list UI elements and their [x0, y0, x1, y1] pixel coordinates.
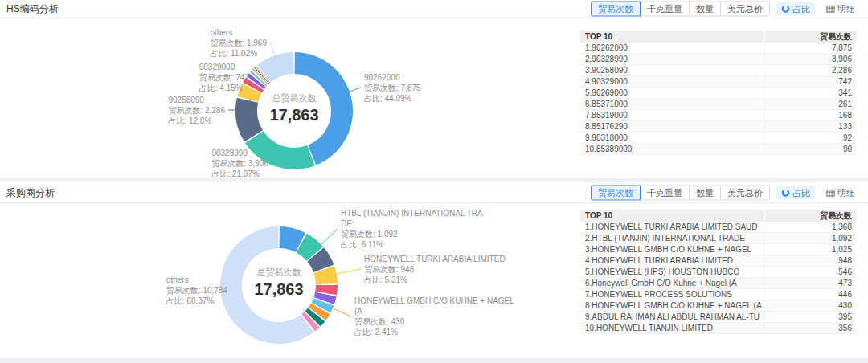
- ratio-view-button[interactable]: 占比: [776, 186, 815, 199]
- table-row[interactable]: 6.Honeywell GmbH C/O Kuhne + Nagel (A473: [580, 278, 857, 289]
- view-button-label: 明细: [837, 186, 855, 198]
- table-cell-value: 341: [764, 88, 857, 98]
- top10-table: TOP 10贸易次数1.HONEYWELL TURKI ARABIA LIMIT…: [580, 210, 857, 334]
- table-row[interactable]: 7.85319000168: [580, 110, 857, 121]
- table-cell-name: 4.90329000: [580, 76, 763, 87]
- slice-label-value: 贸易次数: 430: [354, 316, 514, 327]
- view-button-label: 占比: [792, 3, 810, 15]
- donut-chart-icon: [781, 5, 790, 14]
- slice-label-percent: 占比: 5.31%: [364, 275, 506, 285]
- table-row[interactable]: 5.90269000341: [580, 88, 857, 99]
- table-cell-name: 6.85371000: [580, 99, 763, 109]
- table-cell-name: 7.HONEYWELL PROCESS SOLUTIONS: [580, 289, 763, 300]
- top10-table: TOP 10贸易次数1.902620007,8752.903289903,906…: [580, 31, 857, 155]
- table-row[interactable]: 8.HONEYWELL GMBH C/O KUHNE + NAGEL (A430: [580, 300, 857, 312]
- table-row[interactable]: 1.HONEYWELL TURKI ARABIA LIMITED SAUD1,3…: [580, 222, 857, 233]
- table-cell-name: 5.HONEYWELL (HPS) HOUSTON HUBCO: [580, 267, 763, 277]
- slice-label-name: HONEYWELL TURKI ARABIA LIMITED: [364, 254, 506, 264]
- slice-label-percent: 占比: 21.87%: [211, 169, 268, 179]
- slice-label-percent: 占比: 11.02%: [210, 48, 267, 59]
- table-cell-name: 3.HONEYWELL GMBH C/O KUHNE + NAGEL: [580, 244, 763, 255]
- slice-label-name: 90258090: [168, 95, 225, 105]
- metric-button[interactable]: 数量: [689, 2, 721, 17]
- slice-label-value: 贸易次数: 742: [199, 72, 249, 83]
- metric-button[interactable]: 数量: [689, 185, 721, 200]
- table-cell-value: 3,906: [764, 54, 857, 64]
- slice-label-percent: 占比: 44.09%: [364, 93, 421, 104]
- slice-label-value: 贸易次数: 2,286: [168, 105, 225, 116]
- table-row[interactable]: 10.8538900090: [580, 144, 857, 155]
- ratio-view-button[interactable]: 占比: [776, 2, 815, 16]
- slice-label: 90329000贸易次数: 742占比: 4.15%: [199, 62, 249, 93]
- table-cell-name: 9.90318000: [580, 133, 763, 143]
- slice-label-percent: 占比: 60.37%: [166, 296, 227, 306]
- slice-label: 90262000贸易次数: 7,875占比: 44.09%: [364, 72, 421, 104]
- slice-label: others贸易次数: 10,784占比: 60.37%: [166, 275, 227, 306]
- section-header: HS编码分析 贸易次数千克重量数量美元总价占比明细: [0, 0, 868, 18]
- metric-button[interactable]: 美元总价: [720, 185, 770, 200]
- table-cell-name: 8.HONEYWELL GMBH C/O KUHNE + NAGEL (A: [580, 300, 763, 311]
- table-cell-value: 90: [764, 144, 857, 154]
- slice-label-name: 90329000: [199, 62, 249, 72]
- metric-button[interactable]: 千克重量: [640, 2, 690, 17]
- slice-label-percent: 占比: 12.8%: [168, 116, 225, 126]
- chart-center-total: 17,863: [254, 280, 303, 299]
- slice-label-percent: 占比: 4.15%: [199, 83, 249, 93]
- hs-code-analysis-section: HS编码分析 贸易次数千克重量数量美元总价占比明细 90262000贸易次数: …: [0, 0, 868, 178]
- table-row[interactable]: 5.HONEYWELL (HPS) HOUSTON HUBCO546: [580, 267, 857, 278]
- table-header-cell: 贸易次数: [765, 210, 857, 222]
- section-title: 采购商分析: [6, 186, 55, 199]
- table-cell-value: 133: [764, 121, 857, 132]
- table-cell-value: 356: [764, 323, 857, 333]
- metric-button[interactable]: 贸易次数: [591, 2, 641, 17]
- table-row[interactable]: 7.HONEYWELL PROCESS SOLUTIONS446: [580, 289, 857, 300]
- table-row[interactable]: 1.902620007,875: [580, 43, 857, 54]
- label-leader-line: [270, 43, 274, 55]
- slice-label-name: others: [166, 275, 227, 285]
- table-row[interactable]: 2.903289903,906: [580, 54, 857, 65]
- table-cell-value: 92: [764, 133, 857, 143]
- table-cell-value: 1,025: [764, 244, 857, 255]
- detail-view-button[interactable]: 明细: [821, 186, 860, 199]
- table-header-cell: TOP 10: [580, 31, 764, 43]
- metric-button-group: 贸易次数千克重量数量美元总价: [591, 185, 770, 200]
- table-row[interactable]: 9.ABDUL RAHMAN ALI ABDUL RAHMAN AL-TU395: [580, 312, 857, 323]
- table-cell-name: 10.85389000: [580, 144, 763, 154]
- table-row[interactable]: 3.902580902,286: [580, 65, 857, 76]
- table-header-row: TOP 10贸易次数: [580, 31, 857, 43]
- metric-button[interactable]: 千克重量: [640, 185, 690, 200]
- slice-label-value: 贸易次数: 1,969: [210, 38, 267, 48]
- slice-label-value: 贸易次数: 1,092: [341, 229, 483, 239]
- view-button-label: 占比: [792, 186, 810, 198]
- table-row[interactable]: 3.HONEYWELL GMBH C/O KUHNE + NAGEL1,025: [580, 244, 857, 255]
- section-header: 采购商分析 贸易次数千克重量数量美元总价占比明细: [0, 182, 868, 203]
- slice-label-name: 90328990: [211, 148, 268, 158]
- table-header-row: TOP 10贸易次数: [580, 210, 857, 222]
- chart-center-total: 17,863: [269, 106, 318, 124]
- table-cell-value: 948: [764, 255, 857, 266]
- label-leader-line: [334, 308, 351, 316]
- section-toolbar: 贸易次数千克重量数量美元总价占比明细: [591, 185, 860, 200]
- table-row[interactable]: 2.HTBL (TIANJIN) INTERNATIONAL TRADE1,09…: [580, 233, 857, 244]
- table-row[interactable]: 6.85371000261: [580, 99, 857, 110]
- table-cell-value: 1,368: [764, 222, 857, 232]
- table-body: 1.902620007,8752.903289903,9063.90258090…: [580, 43, 857, 155]
- metric-button[interactable]: 贸易次数: [591, 185, 641, 200]
- table-cell-name: 10.HONEYWELL TIANJIN LIMITED: [580, 323, 763, 333]
- table-row[interactable]: 8.85176290133: [580, 121, 857, 133]
- table-row[interactable]: 4.90329000742: [580, 76, 857, 88]
- donut-chart-icon: [781, 188, 790, 197]
- slice-label: 90258090贸易次数: 2,286占比: 12.8%: [168, 95, 225, 126]
- detail-view-button[interactable]: 明细: [821, 2, 860, 16]
- slice-label-name: 90262000: [364, 72, 421, 83]
- table-row[interactable]: 9.9031800092: [580, 133, 857, 144]
- table-row[interactable]: 10.HONEYWELL TIANJIN LIMITED356: [580, 323, 857, 334]
- slice-label-percent: 占比: 2.41%: [354, 327, 514, 337]
- metric-button[interactable]: 美元总价: [720, 2, 770, 17]
- slice-label: HONEYWELL TURKI ARABIA LIMITED贸易次数: 948占…: [364, 254, 506, 285]
- slice-label-name: DE: [341, 218, 483, 229]
- table-cell-name: 2.HTBL (TIANJIN) INTERNATIONAL TRADE: [580, 233, 763, 243]
- slice-label-name: HONEYWELL GMBH C/O KUHNE + NAGEL: [354, 296, 514, 306]
- table-row[interactable]: 4.HONEYWELL TURKI ARABIA LIMITED948: [580, 255, 857, 267]
- table-cell-name: 8.85176290: [580, 121, 763, 132]
